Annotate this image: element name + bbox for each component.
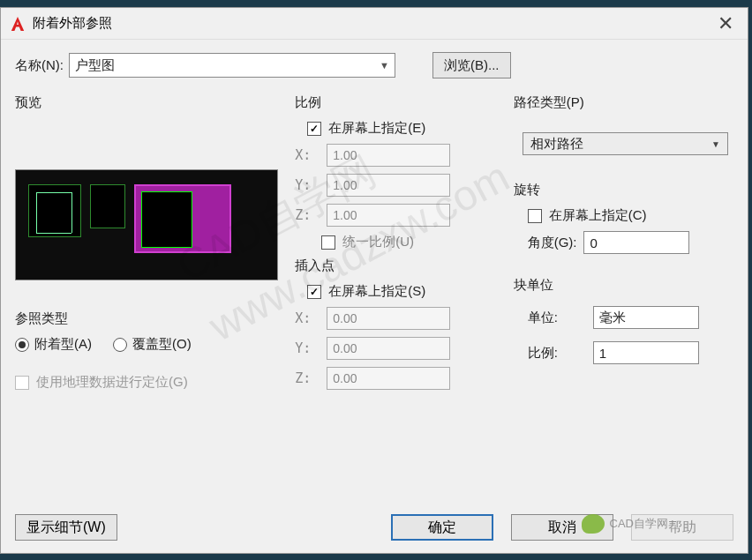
titlebar: 附着外部参照 ✕ <box>1 8 748 40</box>
insert-onscreen-checkbox[interactable] <box>307 285 321 299</box>
close-icon[interactable]: ✕ <box>712 12 739 35</box>
scale-x-input: 1.00 <box>327 144 450 167</box>
chevron-down-icon: ▼ <box>380 60 389 71</box>
wechat-icon <box>582 514 605 534</box>
preview-area <box>15 169 278 280</box>
overlay-radio[interactable]: 覆盖型(O) <box>113 336 192 353</box>
ref-type-label: 参照类型 <box>15 310 279 327</box>
chevron-down-icon: ▼ <box>711 139 720 149</box>
uniform-scale-checkbox <box>321 235 335 250</box>
scale-onscreen-checkbox[interactable] <box>307 122 321 136</box>
rotate-onscreen-checkbox[interactable] <box>528 209 542 223</box>
preview-thumbnail <box>90 184 125 228</box>
insert-label: 插入点 <box>295 258 497 274</box>
geo-locate-checkbox: 使用地理数据进行定位(G) <box>15 374 279 391</box>
dialog-body: 名称(N): 户型图 ▼ 浏览(B)... 预览 <box>1 40 748 409</box>
preview-label: 预览 <box>15 94 279 111</box>
show-details-button[interactable]: 显示细节(W) <box>15 514 117 541</box>
scale-label: 比例 <box>295 94 497 111</box>
scale-z-input: 1.00 <box>327 204 450 227</box>
rotate-label: 旋转 <box>514 182 733 198</box>
right-column: 路径类型(P) 相对路径 ▼ 旋转 在屏幕上指定(C) 角度(G): 0 <box>514 94 733 397</box>
radio-icon <box>15 338 29 352</box>
name-select[interactable]: 户型图 ▼ <box>69 53 395 78</box>
checkbox-icon <box>15 376 29 390</box>
left-column: 预览 参照类型 <box>15 94 279 397</box>
attach-xref-dialog: 附着外部参照 ✕ 名称(N): 户型图 ▼ 浏览(B)... 预览 <box>0 7 748 554</box>
block-units-label: 块单位 <box>514 277 733 294</box>
attach-radio[interactable]: 附着型(A) <box>15 336 92 353</box>
name-value: 户型图 <box>75 57 115 74</box>
scale-y-input: 1.00 <box>327 174 450 197</box>
dialog-title: 附着外部参照 <box>33 15 712 32</box>
name-row: 名称(N): 户型图 ▼ 浏览(B)... <box>15 52 733 78</box>
autocad-icon <box>10 15 26 33</box>
radio-icon <box>113 338 127 352</box>
unit-scale-display: 1 <box>593 341 699 364</box>
insert-x-input: 0.00 <box>327 307 450 330</box>
angle-input[interactable]: 0 <box>583 231 689 254</box>
preview-thumbnail-selected <box>134 184 231 253</box>
preview-thumbnail <box>28 184 81 237</box>
wechat-badge: CAD自学网 <box>582 514 668 534</box>
ref-type-group: 参照类型 附着型(A) 覆盖型(O) <box>15 310 279 353</box>
path-type-select[interactable]: 相对路径 ▼ <box>523 132 728 155</box>
insert-z-input: 0.00 <box>327 367 450 390</box>
path-type-label: 路径类型(P) <box>514 94 733 111</box>
insert-y-input: 0.00 <box>327 337 450 360</box>
unit-display: 毫米 <box>593 306 699 329</box>
browse-button[interactable]: 浏览(B)... <box>432 52 511 78</box>
name-label: 名称(N): <box>15 57 64 74</box>
middle-column: 比例 在屏幕上指定(E) X:1.00 Y:1.00 Z:1.00 统一比例(U… <box>295 94 497 397</box>
ok-button[interactable]: 确定 <box>391 514 493 541</box>
